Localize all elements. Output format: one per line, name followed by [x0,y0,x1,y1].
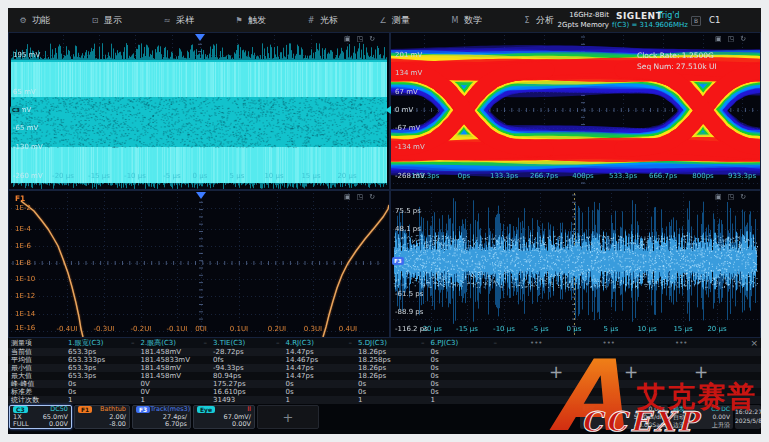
channel-box-c3[interactable]: C3DC501X65.0mVFULL0.00V [9,405,72,429]
empty-cell [500,348,573,356]
empty-cell [645,396,718,404]
sampling-icon: ≈ [162,16,172,25]
measurement-value: 14.47ps [283,348,356,356]
menu-item-label: 数学 [464,14,482,27]
measurement-value: 653.3ps [65,364,138,372]
measurement-column-header[interactable]: 6.PJ(C3)– [428,338,501,348]
waveform-window[interactable]: ▣◳↻ C3 195 mV65 mV0 mV-65 mV-130 mV-20 μ… [8,32,390,190]
trigger-level-marker[interactable] [381,106,391,114]
minimize-column-icon[interactable]: – [276,339,280,347]
menu-item-数学[interactable]: M数学 [450,14,512,27]
x-axis-label: 15 μs [301,172,320,180]
x-axis-label: 10 μs [264,172,283,180]
menu-item-光标[interactable]: #光标 [306,14,368,27]
measurement-column-header[interactable]: 1.眼宽(C3)– [65,338,138,348]
y-axis-label: 1E-12 [15,292,35,300]
menu-item-显示[interactable]: ⊡显示 [90,14,152,27]
add-measurement-slot[interactable]: + [624,362,638,382]
jitter-track-window[interactable]: ▣◳↻ F3 75.5 ps48.1 ps-61.5 ps-88.9 ps-20… [390,190,761,338]
clock-time: 16:02:27 [735,407,759,416]
window-icons-bathtub[interactable]: ▣◳↻ [344,193,375,201]
channel-box-f3[interactable]: F3Track(mes3)27.4ps/6.70ps [132,405,191,429]
menu-item-功能[interactable]: ⚙功能 [18,14,80,27]
measurement-value: 0s [355,380,428,388]
window-icons-waveform[interactable]: ▣◳↻ [344,35,375,43]
measurement-value: 1 [65,396,138,404]
restore-icon[interactable]: ↻ [369,35,375,43]
expand-icon[interactable]: ◳ [728,193,735,201]
minimize-column-icon[interactable]: – [204,339,208,347]
x-axis-label: 400ps [572,172,593,180]
minimize-column-icon[interactable]: – [494,339,498,347]
x-axis-label: -5 μs [163,172,180,180]
empty-column-header[interactable]: ••• [500,338,573,348]
camera-icon[interactable]: ▣ [344,193,351,201]
camera-icon[interactable]: ▣ [344,35,351,43]
restore-icon[interactable]: ↻ [740,35,746,43]
measurement-column-header[interactable]: 4.RJ(C3)– [283,338,356,348]
x-axis-label: 266.7ps [530,172,558,180]
eye-seq-num: Seq Num: 27.510k UI [637,61,717,72]
frequency-readout: f(C3) = 314.9606MHz [612,21,688,29]
channel-badge: F1 [78,406,92,413]
bathtub-reference-marker[interactable] [196,192,206,204]
bathtub-window[interactable]: ▣◳↻ F1 1E-21E-41E-61E-81E-101E-121E-141E… [8,190,390,338]
measurement-value: 1 [283,396,356,404]
timebase-box[interactable]: 时基 0.00s 5.00μs/div 40.0GSa/s [580,405,668,429]
y-axis-label: 48.1 ps [395,225,421,233]
add-channel-slot[interactable]: + [257,405,319,429]
window-icons-track[interactable]: ▣◳↻ [715,193,746,201]
measurement-column-header[interactable]: 3.TIE(C3)– [210,338,283,348]
trigger-box[interactable]: 触发 C3 DC 自动 0.00V 边沿 上升沿 [670,405,733,429]
x-axis-label: 0UI [195,325,207,333]
menu-item-采样[interactable]: ≈采样 [162,14,224,27]
restore-icon[interactable]: ↻ [740,193,746,201]
measurement-value: 18.26ps [355,372,428,380]
empty-cell [573,396,646,404]
x-axis-label: 0.3UI [304,325,322,333]
trigger-position-marker[interactable] [195,34,205,46]
minimize-column-icon[interactable]: – [421,339,425,347]
measurement-column-header[interactable]: 5.DJ(C3)– [355,338,428,348]
restore-icon[interactable]: ↻ [369,193,375,201]
channel-box-eye[interactable]: EyeII67.0mV/0.00V [193,405,255,429]
measurement-value: 181.458mV [138,372,211,380]
table-row-label: 统计次数 [8,396,65,404]
window-icons-eye[interactable]: ▣◳↻ [715,35,746,43]
measurement-value: 14.47ps [283,372,356,380]
channel-box-f1[interactable]: F1Bathtub2.00/-8.00 [74,405,130,429]
menu-item-触发[interactable]: ⚑触发 [234,14,296,27]
empty-cell [718,388,762,396]
aux-b-icon[interactable]: B [691,16,701,26]
f3-badge: F3 [392,257,404,265]
y-axis-corner-label: -116.2 ps [395,325,428,333]
empty-cell [645,348,718,356]
measurement-value: 31493 [210,396,283,404]
eye-diagram-window[interactable]: ▣◳↻ Clock Rate: 1.2500G Seq Num: 27.510k… [390,32,761,190]
minimize-column-icon[interactable]: – [131,339,135,347]
add-measurement-slot[interactable]: + [694,362,708,382]
menu-item-测量[interactable]: ∠测量 [378,14,440,27]
camera-icon[interactable]: ▣ [715,35,722,43]
empty-column-header[interactable]: ••• [573,338,646,348]
expand-icon[interactable]: ◳ [357,193,364,201]
measurement-column-header[interactable]: 2.眼高(C3)– [138,338,211,348]
add-measurement-slot[interactable]: + [549,362,563,382]
table-close-button[interactable]: × [718,338,762,348]
y-axis-label: 1E-10 [15,275,35,283]
camera-icon[interactable]: ▣ [715,193,722,201]
spec-line2: 2Gpts Memory [551,20,609,30]
clock-box: 16:02:27 2025/5/8 [735,405,761,429]
expand-icon[interactable]: ◳ [357,35,364,43]
measurement-value: 0V [138,388,211,396]
channel-indicator[interactable]: C1 [709,15,720,25]
channel-value: 0.00V [49,421,68,429]
empty-column-header[interactable]: ••• [645,338,718,348]
x-axis-label: 0 μs [567,325,582,333]
eye-clock-rate: Clock Rate: 1.2500G [637,50,717,61]
channel-c3-badge[interactable]: C3 [10,106,22,114]
minimize-column-icon[interactable]: – [349,339,353,347]
table-row-label: 平均值 [8,356,65,364]
x-axis-label: 0.4UI [339,325,357,333]
expand-icon[interactable]: ◳ [728,35,735,43]
